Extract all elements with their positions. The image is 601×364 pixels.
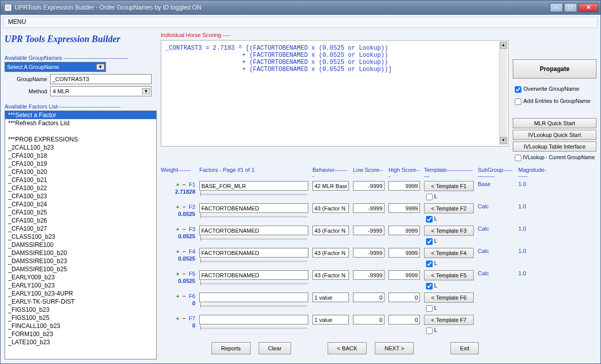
list-item[interactable]: _CFA100_b25 — [5, 208, 156, 216]
low-score-input[interactable] — [353, 248, 384, 258]
minus-button[interactable]: − — [183, 204, 186, 210]
template-button[interactable]: < Template F2 — [424, 203, 474, 213]
high-score-input[interactable] — [388, 181, 420, 191]
high-score-input[interactable] — [388, 315, 420, 324]
exit-button[interactable]: Exit — [450, 342, 479, 354]
factor-input[interactable] — [199, 293, 308, 302]
l-checkbox[interactable] — [426, 194, 433, 200]
low-score-input[interactable] — [353, 181, 384, 191]
high-score-input[interactable] — [388, 248, 420, 258]
list-item[interactable]: _DAMSSIRE100 — [5, 241, 156, 249]
weight-slider[interactable] — [200, 238, 307, 240]
list-item[interactable]: _CFA100_b19 — [5, 160, 156, 168]
list-item[interactable]: _CFA100_b26 — [5, 216, 156, 225]
list-item[interactable]: _CFA100_b27 — [5, 225, 156, 233]
list-item[interactable]: _FORM100_b23 — [5, 330, 156, 338]
low-score-input[interactable] — [353, 203, 384, 213]
clear-button[interactable]: Clear — [259, 342, 291, 354]
minus-button[interactable]: − — [183, 315, 186, 321]
low-score-input[interactable] — [353, 226, 384, 235]
list-item[interactable]: _CFA100_b23 — [5, 192, 156, 200]
behavior-input[interactable] — [312, 226, 349, 235]
weight-slider[interactable] — [200, 327, 307, 329]
minus-button[interactable]: − — [183, 248, 186, 254]
groupname-select[interactable]: Select A GroupName ▼ — [5, 62, 106, 72]
list-item[interactable]: _EARLY009_b23 — [5, 273, 156, 281]
list-item[interactable]: _DAMSSIRE100_b20 — [5, 249, 156, 257]
plus-button[interactable]: + — [176, 204, 179, 210]
template-button[interactable]: < Template F1 — [424, 181, 474, 191]
factor-input[interactable] — [199, 203, 308, 213]
overwrite-groupname-checkbox[interactable]: Overwrite GroupName — [513, 85, 596, 94]
high-score-input[interactable] — [388, 226, 420, 235]
ivlookup-quick-start-button[interactable]: IVLookup Quick Start — [513, 130, 596, 140]
l-checkbox[interactable] — [426, 283, 433, 289]
l-checkbox[interactable] — [426, 261, 433, 267]
reports-button[interactable]: Reports — [211, 342, 251, 354]
method-select[interactable]: 4 MLR ▼ — [50, 86, 152, 96]
plus-button[interactable]: + — [176, 181, 179, 188]
groupname-input[interactable] — [50, 74, 152, 84]
behavior-input[interactable] — [312, 203, 349, 213]
menu-bar[interactable]: MENU — [4, 17, 597, 28]
weight-slider[interactable] — [200, 261, 307, 262]
list-item[interactable]: ***Select a Factor — [5, 111, 156, 119]
factors-listbox[interactable]: ***Select a Factor***Refresh Factors Lis… — [5, 111, 156, 359]
weight-slider[interactable] — [200, 283, 307, 284]
low-score-input[interactable] — [353, 315, 384, 324]
l-checkbox[interactable] — [426, 238, 433, 245]
list-item[interactable]: _2CALL100_b23 — [5, 143, 156, 152]
weight-slider[interactable] — [200, 305, 307, 307]
list-item[interactable]: _CFA100_b24 — [5, 200, 156, 208]
list-item[interactable]: ***PROB EXPRESSIONS: — [5, 135, 156, 143]
next-button[interactable]: NEXT > — [375, 342, 414, 354]
plus-button[interactable]: + — [176, 226, 179, 232]
high-score-input[interactable] — [388, 293, 420, 302]
factor-input[interactable] — [199, 226, 308, 235]
high-score-input[interactable] — [388, 203, 420, 213]
menu-item-menu[interactable]: MENU — [8, 18, 26, 25]
list-item[interactable]: _EARLY100_b23-4UPR — [5, 289, 156, 298]
behavior-input[interactable] — [312, 293, 349, 302]
weight-slider[interactable] — [200, 216, 307, 217]
behavior-input[interactable] — [312, 315, 349, 324]
list-item[interactable]: _DAMSSIRE100_b25 — [5, 265, 156, 273]
add-entries-checkbox[interactable]: Add Entries to GroupName — [513, 97, 596, 106]
list-item[interactable]: _CFA100_b18 — [5, 152, 156, 160]
list-item[interactable]: _LATE100_b23 — [5, 338, 156, 346]
low-score-input[interactable] — [353, 270, 384, 280]
minus-button[interactable]: − — [183, 271, 186, 277]
template-button[interactable]: < Template F6 — [424, 293, 474, 303]
template-button[interactable]: < Template F3 — [424, 226, 474, 236]
behavior-input[interactable] — [312, 181, 349, 191]
propagate-button[interactable]: Propagate — [513, 59, 596, 79]
low-score-input[interactable] — [353, 293, 384, 302]
plus-button[interactable]: + — [176, 315, 179, 321]
mlr-quick-start-button[interactable]: MLR Quick Start — [513, 118, 596, 128]
close-button[interactable]: ✕ — [578, 3, 598, 12]
ivlookup-current-groupname-checkbox[interactable]: IVLookup - Current GroupName — [513, 153, 596, 163]
minus-button[interactable]: − — [183, 226, 186, 232]
minus-button[interactable]: − — [183, 293, 186, 299]
high-score-input[interactable] — [388, 270, 420, 280]
factor-input[interactable] — [199, 270, 308, 280]
ivlookup-table-interface-button[interactable]: IVLookup Table Interface — [513, 141, 596, 152]
minus-button[interactable]: − — [183, 181, 186, 188]
maximize-button[interactable]: ☐ — [564, 3, 577, 12]
template-button[interactable]: < Template F5 — [424, 270, 474, 280]
template-button[interactable]: < Template F4 — [424, 248, 474, 258]
plus-button[interactable]: + — [176, 293, 179, 299]
plus-button[interactable]: + — [176, 271, 179, 277]
list-item[interactable]: _FINCALL100_b23 — [5, 322, 156, 330]
list-item[interactable]: _EARLY-TK-SURF-DIST — [5, 298, 156, 306]
expr-scrollbar[interactable]: ▲ ▼ — [499, 42, 507, 145]
behavior-input[interactable] — [312, 270, 349, 280]
list-item[interactable]: _CLASS100_b23 — [5, 233, 156, 241]
list-item[interactable] — [5, 127, 156, 135]
l-checkbox[interactable] — [426, 327, 433, 334]
weight-slider[interactable] — [200, 194, 307, 195]
list-item[interactable]: _FIGS100_b23 — [5, 306, 156, 314]
list-item[interactable]: _FIGS100_b25 — [5, 314, 156, 322]
factor-input[interactable] — [199, 181, 308, 191]
list-item[interactable]: ***Refresh Factors List — [5, 119, 156, 127]
